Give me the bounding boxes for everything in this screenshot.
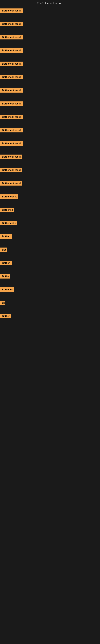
bottleneck-item: Bottleneck result xyxy=(0,34,100,42)
bottleneck-badge[interactable]: Bottleneck result xyxy=(0,102,23,106)
bottleneck-item: Bottlen xyxy=(0,233,100,241)
bottleneck-item: Bottleneck result xyxy=(0,74,100,81)
item-spacer xyxy=(0,214,100,220)
item-spacer xyxy=(0,148,100,153)
bottleneck-item: Bottleneck result xyxy=(0,167,100,174)
bottleneck-badge[interactable]: Bot xyxy=(0,248,7,252)
bottleneck-item: Bottleneck result xyxy=(0,114,100,121)
bottleneck-badge[interactable]: Bottlenec xyxy=(0,288,14,292)
item-spacer xyxy=(0,241,100,246)
bottleneck-item: Bottleneck result xyxy=(0,47,100,55)
item-spacer xyxy=(0,68,100,74)
bottleneck-badge[interactable]: Bottlen xyxy=(0,234,12,239)
bottleneck-item: Bottle xyxy=(0,273,100,280)
bottleneck-badge[interactable]: Bottleneck result xyxy=(0,141,23,146)
item-spacer xyxy=(0,15,100,20)
item-spacer xyxy=(0,174,100,180)
item-spacer xyxy=(0,294,100,300)
bottleneck-badge[interactable]: Bottleneck result xyxy=(0,168,22,172)
bottleneck-badge[interactable]: Bottleneck result xyxy=(0,22,23,26)
bottleneck-item: Bottler xyxy=(0,313,100,320)
bottleneck-item: Bottleneck result xyxy=(0,140,100,148)
item-spacer xyxy=(0,228,100,233)
bottleneck-badge[interactable]: Bottleneck re xyxy=(0,194,18,199)
bottleneck-item: Bottleneck result xyxy=(0,127,100,134)
bottleneck-badge[interactable]: Bottleneck result xyxy=(0,181,22,186)
bottleneck-item: Bottleneck result xyxy=(0,60,100,68)
site-title: TheBottlenecker.com xyxy=(37,2,63,5)
item-spacer xyxy=(0,55,100,60)
site-header: TheBottlenecker.com xyxy=(0,0,100,7)
bottleneck-item: Bottlenec xyxy=(0,286,100,294)
bottleneck-badge[interactable]: Bottleneck result xyxy=(0,75,23,79)
item-spacer xyxy=(0,134,100,140)
item-spacer xyxy=(0,320,100,326)
item-spacer xyxy=(0,81,100,87)
bottleneck-item: Bo xyxy=(0,300,100,307)
item-spacer xyxy=(0,42,100,47)
bottleneck-item: Bottlen xyxy=(0,260,100,267)
bottleneck-item: Bottleneck result xyxy=(0,87,100,94)
bottleneck-badge[interactable]: Bottleneck result xyxy=(0,154,22,159)
bottleneck-item: Bottleneck result xyxy=(0,7,100,15)
bottleneck-badge[interactable]: Bottleneck result xyxy=(0,35,23,40)
bottleneck-badge[interactable]: Bottleneck result xyxy=(0,48,23,53)
item-spacer xyxy=(0,267,100,273)
bottleneck-badge[interactable]: Bottlenec xyxy=(0,208,14,212)
item-spacer xyxy=(0,307,100,313)
bottleneck-badge[interactable]: Bottleneck result xyxy=(0,128,23,132)
bottleneck-badge[interactable]: Bottleneck r xyxy=(0,221,17,226)
bottleneck-badge[interactable]: Bottlen xyxy=(0,261,12,265)
bottleneck-badge[interactable]: Bottleneck result xyxy=(0,88,23,92)
bottleneck-item: Bottleneck re xyxy=(0,193,100,201)
bottleneck-item: Bottlenec xyxy=(0,206,100,214)
bottleneck-item: Bottleneck result xyxy=(0,180,100,188)
bottleneck-item: Bot xyxy=(0,246,100,254)
bottleneck-item: Bottleneck result xyxy=(0,153,100,161)
bottleneck-badge[interactable]: Bottleneck result xyxy=(0,8,23,13)
item-spacer xyxy=(0,201,100,206)
item-spacer xyxy=(0,28,100,34)
bottleneck-badge[interactable]: Bottler xyxy=(0,314,11,318)
item-spacer xyxy=(0,94,100,100)
bottleneck-badge[interactable]: Bottleneck result xyxy=(0,115,23,119)
item-spacer xyxy=(0,108,100,114)
bottleneck-badge[interactable]: Bottleneck result xyxy=(0,62,23,66)
item-spacer xyxy=(0,254,100,260)
bottleneck-item: Bottleneck r xyxy=(0,220,100,228)
bottleneck-item: Bottleneck result xyxy=(0,100,100,108)
item-spacer xyxy=(0,121,100,127)
bottleneck-badge[interactable]: Bottle xyxy=(0,274,10,278)
bottleneck-badge[interactable]: Bo xyxy=(0,301,5,305)
item-spacer xyxy=(0,280,100,286)
bottleneck-item: Bottleneck result xyxy=(0,20,100,28)
item-spacer xyxy=(0,161,100,167)
item-spacer xyxy=(0,188,100,193)
